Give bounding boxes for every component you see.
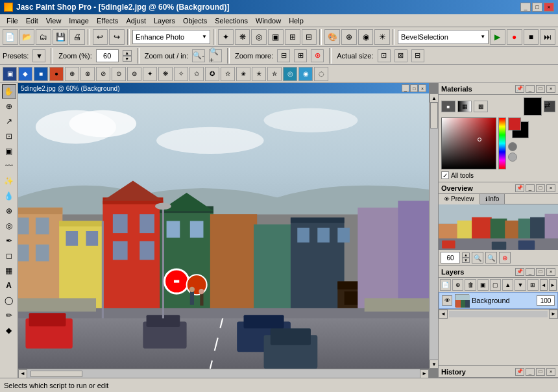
effect-btn-12[interactable]: ✧ bbox=[174, 67, 188, 81]
zoom-up-button[interactable]: ▲ bbox=[123, 50, 132, 56]
zoom-input[interactable] bbox=[96, 49, 119, 62]
vscroll-up[interactable]: ▲ bbox=[430, 93, 438, 103]
effect-btn-14[interactable]: ✪ bbox=[205, 67, 219, 81]
gradient-mode-btn[interactable]: ▦ bbox=[457, 101, 472, 112]
overview-preview-tab[interactable]: 👁 Preview bbox=[439, 194, 480, 204]
tool-pen[interactable]: ✏ bbox=[2, 308, 16, 323]
menu-help[interactable]: Help bbox=[285, 16, 308, 26]
hue-button[interactable]: ⊕ bbox=[341, 29, 357, 45]
hscroll-thumb[interactable] bbox=[30, 371, 82, 377]
saturation-button[interactable]: ◉ bbox=[358, 29, 374, 45]
canvas-vscrollbar[interactable]: ▲ ▼ bbox=[429, 93, 438, 369]
swap-colors-btn[interactable]: ⇄ bbox=[544, 101, 555, 112]
overview-zoom-input[interactable] bbox=[441, 252, 460, 263]
overview-close-btn[interactable]: × bbox=[546, 184, 555, 192]
effect-btn-9[interactable]: ⊚ bbox=[127, 67, 141, 81]
materials-pin-btn[interactable]: 📌 bbox=[515, 85, 524, 93]
close-button[interactable]: × bbox=[544, 3, 554, 12]
menu-layers[interactable]: Layers bbox=[150, 16, 179, 26]
canvas-maximize[interactable]: □ bbox=[410, 84, 418, 92]
materials-close-btn[interactable]: × bbox=[546, 85, 555, 93]
despeckle-button[interactable]: ⊞ bbox=[285, 29, 300, 45]
tool-heal[interactable]: ⊕ bbox=[2, 204, 16, 218]
brightness-button[interactable]: ☀ bbox=[374, 29, 390, 45]
effect-btn-15[interactable]: ✫ bbox=[221, 67, 235, 81]
effect-btn-3[interactable]: ■ bbox=[34, 67, 48, 81]
tool-zoom[interactable]: ⊕ bbox=[2, 99, 16, 114]
delete-layer-btn[interactable]: 🗑 bbox=[465, 279, 476, 291]
layer-visibility-btn[interactable]: 👁 bbox=[442, 295, 452, 306]
presets-dropdown[interactable]: ▼ bbox=[32, 49, 45, 62]
fg-color-box[interactable] bbox=[508, 117, 521, 130]
zoom-reset-btn[interactable]: ⊛ bbox=[499, 252, 511, 263]
layers-min-btn[interactable]: _ bbox=[526, 268, 535, 276]
zoom-out-button[interactable]: 🔍- bbox=[192, 49, 205, 62]
layer-background[interactable]: 👁 Background bbox=[439, 292, 558, 309]
layers-scroll-right[interactable]: ► bbox=[549, 279, 557, 291]
hue-bar[interactable] bbox=[498, 117, 506, 169]
overview-pin-btn[interactable]: 📌 bbox=[515, 184, 524, 192]
duplicate-layer-btn[interactable]: ⊕ bbox=[452, 279, 463, 291]
minimize-button[interactable]: _ bbox=[520, 3, 531, 12]
redo-button[interactable]: ↪ bbox=[109, 29, 125, 45]
history-close-btn[interactable]: × bbox=[546, 368, 555, 376]
layers-hscroll-right[interactable]: ► bbox=[549, 310, 558, 319]
hscroll-left[interactable]: ◄ bbox=[18, 369, 27, 378]
pattern-mode-btn[interactable]: ▩ bbox=[474, 101, 488, 112]
ungroup-btn[interactable]: ▢ bbox=[490, 279, 501, 291]
tool-clone[interactable]: ◎ bbox=[2, 219, 16, 233]
tool-magic-wand[interactable]: ✨ bbox=[2, 174, 16, 188]
layer-opacity-input[interactable] bbox=[537, 295, 555, 306]
effect-btn-13[interactable]: ✩ bbox=[189, 67, 204, 81]
effect-btn-2[interactable]: ◆ bbox=[18, 67, 32, 81]
effect-btn-19[interactable]: ◎ bbox=[283, 67, 297, 81]
effect-btn-8[interactable]: ⊙ bbox=[112, 67, 126, 81]
circle-swatch-2[interactable] bbox=[508, 153, 517, 162]
hscroll-right[interactable]: ► bbox=[420, 369, 429, 378]
zoom-in-small-btn[interactable]: 🔍 bbox=[485, 252, 497, 263]
canvas-close[interactable]: × bbox=[418, 84, 426, 92]
zoom-more-1[interactable]: ⊟ bbox=[277, 49, 290, 62]
vscroll-down[interactable]: ▼ bbox=[430, 360, 438, 369]
script-dropdown[interactable]: BevelSelection ▼ bbox=[398, 30, 489, 44]
play-script-button[interactable]: ▶ bbox=[490, 29, 505, 45]
zoom-more-3[interactable]: ⊛ bbox=[311, 49, 324, 62]
maximize-button[interactable]: □ bbox=[532, 3, 542, 12]
soften-button[interactable]: ❋ bbox=[235, 29, 250, 45]
effect-btn-1[interactable]: ▣ bbox=[3, 67, 17, 81]
menu-file[interactable]: File bbox=[3, 16, 22, 26]
effect-btn-6[interactable]: ⊗ bbox=[80, 67, 95, 81]
history-min-btn[interactable]: _ bbox=[526, 368, 535, 376]
color-box[interactable] bbox=[441, 117, 496, 169]
history-pin-btn[interactable]: 📌 bbox=[515, 368, 524, 376]
menu-view[interactable]: View bbox=[42, 16, 66, 26]
overview-min-btn[interactable]: _ bbox=[526, 184, 535, 192]
all-tools-checkbox[interactable]: ✓ bbox=[441, 171, 449, 179]
actual-size-1[interactable]: ⊡ bbox=[378, 49, 391, 62]
stop-button[interactable]: ■ bbox=[524, 29, 539, 45]
tool-freehand[interactable]: 〰 bbox=[2, 159, 16, 173]
new-layer-btn[interactable]: 📄 bbox=[440, 279, 451, 291]
canvas-hscrollbar[interactable]: ◄ ► bbox=[18, 369, 429, 378]
menu-adjust[interactable]: Adjust bbox=[122, 16, 150, 26]
layers-max-btn[interactable]: □ bbox=[536, 268, 545, 276]
print-button[interactable]: 🖨 bbox=[69, 29, 85, 45]
tool-crop[interactable]: ⊡ bbox=[2, 129, 16, 143]
layers-close-btn[interactable]: × bbox=[546, 268, 555, 276]
ov-zoom-down[interactable]: ▼ bbox=[462, 258, 470, 263]
ov-zoom-up[interactable]: ▲ bbox=[462, 252, 470, 258]
menu-selections[interactable]: Selections bbox=[211, 16, 252, 26]
color-button[interactable]: 🎨 bbox=[324, 29, 340, 45]
move-up-btn[interactable]: ▲ bbox=[502, 279, 513, 291]
open-button[interactable]: 📂 bbox=[19, 29, 35, 45]
actual-size-2[interactable]: ⊠ bbox=[394, 49, 407, 62]
fg-color-swatch[interactable] bbox=[524, 97, 542, 116]
undo-button[interactable]: ↩ bbox=[93, 29, 108, 45]
tool-brush[interactable]: ✒ bbox=[2, 234, 16, 248]
tool-deform[interactable]: ↗ bbox=[2, 114, 16, 129]
record-button[interactable]: ● bbox=[507, 29, 522, 45]
effect-btn-4[interactable]: ● bbox=[49, 67, 64, 81]
layers-pin-btn[interactable]: 📌 bbox=[515, 268, 524, 276]
tool-dropper[interactable]: 💧 bbox=[2, 189, 16, 203]
group-btn[interactable]: ▣ bbox=[478, 279, 489, 291]
